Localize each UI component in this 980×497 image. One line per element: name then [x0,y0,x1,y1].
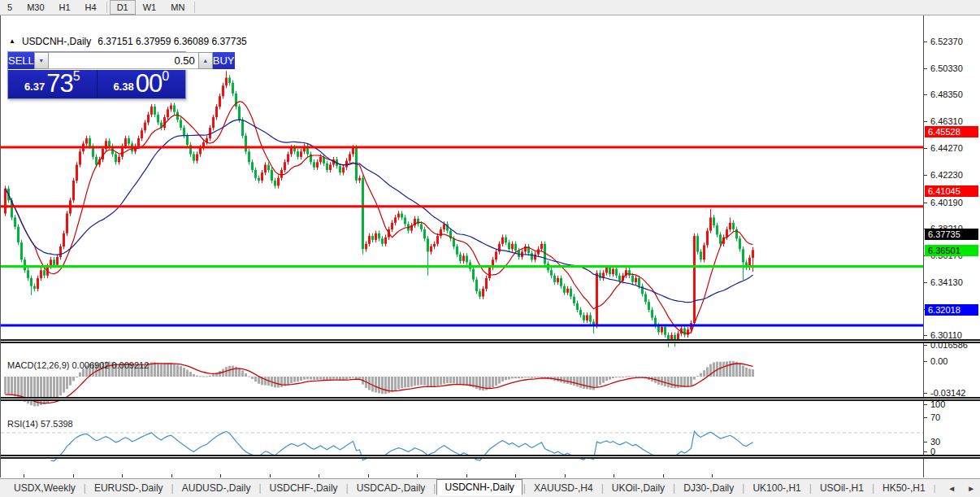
tab-scroll-right-icon[interactable]: ► [967,484,975,493]
axis-tickmark [924,451,927,452]
macd-label: MACD(12,26,9) 0.006902 0.009212 [7,360,149,370]
buy-price[interactable]: 6.38 00 0 [98,70,186,98]
buy-button[interactable]: BUY [213,52,235,70]
tab-xauusd-h4[interactable]: XAUUSD-,H4 [527,481,601,495]
chart-window[interactable]: ▲ USDCNH-,Daily 6.37151 6.37959 6.36089 … [0,15,980,477]
tab-usdx-weekly[interactable]: USDX,Weekly [7,481,83,495]
axis-tick-label: 6.50330 [930,63,963,73]
date-tickmark [73,474,74,477]
tab-separator: | [933,484,937,493]
date-tickmark [171,474,172,477]
ma-fast-line [6,102,753,334]
buy-price-sup: 0 [162,71,169,82]
timeframe-button-5[interactable]: 5 [0,0,20,15]
date-tickmark [220,474,221,477]
tab-uk100-h1[interactable]: UK100-,H1 [745,481,808,495]
sell-button[interactable]: SELL [8,52,34,70]
tab-ukoil-daily[interactable]: UKOil-,Daily [605,481,672,495]
axis-tickmark [924,404,927,405]
tab-usdchf-daily[interactable]: USDCHF-,Daily [262,481,345,495]
date-tickmark [417,474,418,477]
date-tickmark [712,474,713,477]
date-tickmark [565,474,566,477]
axis-tickmark [924,361,927,362]
date-tickmark [319,474,319,477]
price-axis: 6.523706.503306.483506.463106.442706.422… [923,15,980,477]
date-tickmark [614,474,614,477]
axis-tick-label: 6.46310 [930,116,963,126]
timeframe-toolbar: 5M30H1H4D1W1MN [0,0,980,15]
tab-dj30-daily[interactable]: DJ30-,Daily [676,481,741,495]
buy-price-small: 6.38 [113,78,133,96]
axis-tickmark [924,335,927,336]
date-tickmark [368,474,369,477]
rsi-label: RSI(14) 57.5398 [7,419,73,429]
buy-price-big: 00 [136,72,162,96]
date-tickmark [515,474,516,477]
axis-tickmark [924,442,927,443]
sell-price-small: 6.37 [24,78,45,96]
date-tickmark [122,474,123,477]
chart-symbol-label: USDCNH-,Daily [22,36,91,47]
axis-tick-label: 6.34130 [930,277,963,287]
axis-tickmark [924,175,927,176]
timeframe-button-m30[interactable]: M30 [20,0,51,15]
sell-price[interactable]: 6.37 73 5 [8,70,98,98]
volume-increase-button[interactable]: ▲ [198,52,213,69]
tab-hk50-h1[interactable]: HK50-,H1 [875,481,933,495]
panel-splitter[interactable] [1,339,980,343]
panel-splitter[interactable] [1,397,980,401]
axis-tick-label: 6.48350 [930,89,963,99]
volume-stepper: ▼ ▲ [34,52,213,70]
macd-name: MACD(12,26,9) [7,360,69,370]
macd-value: 0.006902 [72,360,109,370]
timeframe-button-h4[interactable]: H4 [78,0,104,15]
axis-tickmark [924,393,927,394]
tab-usoil-h1[interactable]: USOil-,H1 [813,481,871,495]
date-tickmark [270,474,271,477]
toolbar-separator [106,2,107,13]
axis-tickmark [924,203,927,203]
tab-scroll-arrows: | ◄ ► [933,484,980,493]
trading-terminal: { "toolbar": { "timeframes": ["5", "M30"… [0,0,980,497]
toolbar-separator [194,2,195,13]
date-tickmark [663,474,664,477]
axis-tick-label: 0.00 [930,356,947,366]
date-tickmark [24,474,24,477]
timeframe-list: 5M30H1H4D1W1MN [0,0,197,15]
chart-collapse-icon[interactable]: ▲ [9,37,15,45]
tab-usdcad-daily[interactable]: USDCAD-,Daily [349,481,433,495]
timeframe-button-w1[interactable]: W1 [136,0,164,15]
axis-tickmark [924,68,927,69]
bid-price-badge: 6.37735 [925,229,978,240]
price-level-badge: 6.45528 [925,126,978,137]
panel-splitter[interactable] [1,455,980,459]
timeframe-button-mn[interactable]: MN [163,0,192,15]
timeframe-button-d1[interactable]: D1 [110,0,136,15]
tab-audusd-daily[interactable]: AUDUSD-,Daily [175,481,258,495]
axis-tickmark [924,41,927,42]
axis-tickmark [924,121,927,122]
date-tickmark [466,474,467,477]
axis-tick-label: 6.52370 [930,37,963,46]
axis-tickmark [924,417,927,418]
rsi-value: 57.5398 [41,419,73,429]
timeframe-button-h1[interactable]: H1 [52,0,78,15]
axis-tickmark [924,282,927,283]
tab-usdcnh-daily[interactable]: USDCNH-,Daily [436,479,522,495]
tab-eurusd-daily[interactable]: EURUSD-,Daily [87,481,171,495]
symbol-tabbar: USDX,Weekly|EURUSD-,Daily|AUDUSD-,Daily|… [0,478,980,497]
rsi-name: RSI(14) [7,419,38,429]
volume-input[interactable] [49,52,198,69]
axis-tickmark [924,345,927,346]
rsi-plot[interactable] [1,416,924,470]
chart-ohlc-values: 6.37151 6.37959 6.36089 6.37735 [98,36,247,47]
volume-decrease-button[interactable]: ▼ [34,52,49,69]
sell-price-sup: 5 [73,71,80,82]
axis-tick-label: 6.40190 [930,198,963,207]
axis-tick-label: 30 [930,437,940,447]
axis-tick-label: 6.42230 [930,170,963,180]
sell-price-big: 73 [46,72,72,96]
axis-tickmark [924,148,927,149]
tab-scroll-left-icon[interactable]: ◄ [947,484,956,493]
